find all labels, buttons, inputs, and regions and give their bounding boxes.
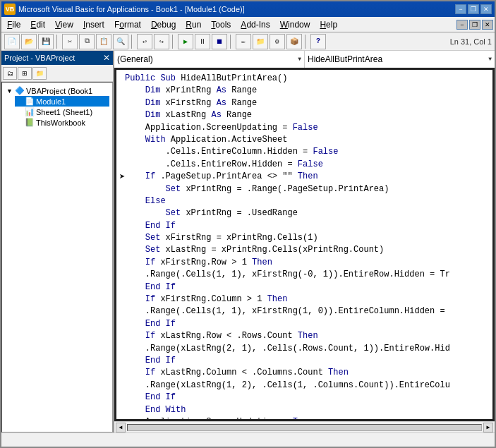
code-line-29: Application.ScreenUpdating = True (125, 416, 487, 421)
minimize-button[interactable]: − (455, 4, 466, 14)
menu-help[interactable]: Help (315, 17, 341, 32)
code-line-25: If xLastRng.Column < .Columns.Count Then (125, 367, 487, 379)
general-dropdown-wrapper[interactable]: (General) ▼ (114, 51, 305, 67)
menu-window[interactable]: Window (276, 17, 315, 32)
menu-edit[interactable]: Edit (26, 17, 49, 32)
inner-restore-button[interactable]: ❐ (469, 20, 480, 30)
code-line-1: Public Sub HideAllButPrintArea() (125, 73, 487, 85)
sidebar-header: Project - VBAProject ✕ (1, 51, 113, 65)
save-button[interactable]: 💾 (38, 34, 54, 49)
menu-window-label: Window (280, 20, 310, 30)
code-line-14: Set xFirstRng = xPrintRng.Cells(1) (125, 232, 487, 244)
pause-button[interactable]: ⏸ (195, 34, 210, 49)
code-line-22: If xLastRng.Row < .Rows.Count Then (125, 330, 487, 342)
restore-button[interactable]: ❐ (468, 4, 479, 14)
sidebar-title: Project - VBAProject (4, 54, 75, 62)
menu-debug-label: Debug (151, 20, 176, 30)
help-button[interactable]: ? (310, 34, 326, 49)
menu-insert[interactable]: Insert (79, 17, 109, 32)
paste-button[interactable]: 📋 (96, 34, 111, 49)
tree-item-sheet1[interactable]: 📊 Sheet1 (Sheet1) (15, 107, 109, 117)
new-button[interactable]: 📄 (4, 34, 20, 49)
sep4 (230, 35, 233, 49)
menu-file-label: File (7, 20, 20, 30)
menu-format[interactable]: Format (110, 17, 145, 32)
code-line-20: .Range(.Cells(1, 1), xFirstRng(1, 0)).En… (125, 305, 487, 317)
sidebar-view-btn[interactable]: 🗂 (3, 67, 17, 80)
tree-root[interactable]: ▼ 🔷 VBAProject (Book1 (5, 85, 109, 96)
code-line-26: .Range(xLastRng(1, 2), .Cells(1, .Column… (125, 380, 487, 392)
menu-tools-label: Tools (211, 20, 231, 30)
menu-view-label: View (55, 20, 73, 30)
obj-button[interactable]: 📦 (286, 34, 302, 49)
tree-module1-label: Module1 (36, 97, 66, 106)
tree-root-icon: 🔷 (15, 86, 25, 95)
find-button[interactable]: 🔍 (113, 34, 128, 49)
code-line-12: Set xPrintRng = .UsedRange (125, 207, 487, 219)
tree-module1-icon: 📄 (25, 97, 35, 106)
sidebar-toolbar: 🗂 ⊞ 📁 (1, 65, 113, 82)
menu-file[interactable]: File (3, 17, 25, 32)
code-line-21: End If (125, 318, 487, 330)
sidebar-close-button[interactable]: ✕ (103, 54, 110, 62)
menu-tools[interactable]: Tools (207, 17, 235, 32)
code-line-17: .Range(.Cells(1, 1), xFirstRng(-0, 1)).E… (125, 269, 487, 281)
sidebar-expand-btn[interactable]: ⊞ (18, 67, 32, 80)
proc-dropdown[interactable]: HideAllButPrintArea (305, 51, 495, 68)
scroll-track[interactable] (127, 424, 482, 431)
scroll-left-button[interactable]: ◀ (116, 423, 126, 432)
code-line-5: Application.ScreenUpdating = False (125, 122, 487, 134)
tree-expand-icon: ▼ (6, 87, 13, 95)
proc-dropdown-wrapper[interactable]: HideAllButPrintArea ▼ (305, 51, 495, 67)
ln-col-status: Ln 31, Col 1 (450, 37, 492, 46)
code-line-13: End If (125, 220, 487, 232)
code-line-19: If xFirstRng.Column > 1 Then (125, 293, 487, 305)
general-dropdown[interactable]: (General) (114, 51, 304, 68)
sep2 (131, 35, 134, 49)
copy-button[interactable]: ⧉ (79, 34, 95, 49)
undo-button[interactable]: ↩ (137, 34, 152, 49)
tree-item-module1[interactable]: 📄 Module1 (15, 96, 109, 107)
props-button[interactable]: ⚙ (270, 34, 285, 49)
menu-debug[interactable]: Debug (147, 17, 180, 32)
code-line-4: Dim xLastRng As Range (125, 109, 487, 121)
horizontal-scrollbar[interactable]: ◀ ▶ (114, 421, 495, 432)
code-line-27: End If (125, 392, 487, 404)
code-editor: (General) ▼ HideAllButPrintArea ▼ Public… (114, 51, 495, 432)
sep5 (305, 35, 308, 49)
open-button[interactable]: 📂 (21, 34, 37, 49)
menu-addins[interactable]: Add-Ins (236, 17, 274, 32)
design-button[interactable]: ✏ (236, 34, 251, 49)
run-button[interactable]: ▶ (178, 34, 193, 49)
menu-view[interactable]: View (51, 17, 78, 32)
code-line-15: Set xLastRng = xPrintRng.Cells(xPrintRng… (125, 244, 487, 256)
inner-close-button[interactable]: ✕ (482, 20, 493, 30)
tree-sheet1-icon: 📊 (25, 107, 35, 116)
code-line-3: Dim xFirstRng As Range (125, 97, 487, 109)
scroll-right-button[interactable]: ▶ (483, 423, 493, 432)
tree-root-label: VBAProject (Book1 (26, 87, 92, 95)
cut-button[interactable]: ✂ (62, 34, 78, 49)
menu-insert-label: Insert (83, 20, 104, 30)
code-line-16: If xFirstRng.Row > 1 Then (125, 257, 487, 269)
tree-item-thisworkbook[interactable]: 📗 ThisWorkbook (15, 117, 109, 128)
menu-run[interactable]: Run (181, 17, 205, 32)
inner-minimize-button[interactable]: − (456, 20, 468, 30)
code-line-6: With Application.ActiveSheet (125, 134, 487, 146)
redo-button[interactable]: ↪ (154, 34, 169, 49)
close-button[interactable]: ✕ (480, 4, 492, 14)
code-line-8: .Cells.EntireRow.Hidden = False (125, 159, 487, 171)
status-bar (1, 432, 495, 447)
code-body[interactable]: Public Sub HideAllButPrintArea() Dim xPr… (114, 68, 495, 421)
project-button[interactable]: 📁 (253, 34, 268, 49)
stop-button[interactable]: ⏹ (212, 34, 227, 49)
sidebar-folder-btn[interactable]: 📁 (32, 67, 47, 80)
code-line-28: End With (125, 404, 487, 416)
menu-run-label: Run (186, 20, 201, 30)
project-sidebar: Project - VBAProject ✕ 🗂 ⊞ 📁 ▼ 🔷 VBAProj… (1, 51, 114, 432)
code-line-10: Set xPrintRng = .Range(.PageSetup.PrintA… (125, 183, 487, 195)
tree-sheet1-label: Sheet1 (Sheet1) (36, 108, 92, 116)
code-line-23: .Range(xLastRng(2, 1), .Cells(.Rows.Coun… (125, 343, 487, 355)
menu-edit-label: Edit (30, 20, 45, 30)
code-line-7: .Cells.EntireColumn.Hidden = False (125, 146, 487, 158)
